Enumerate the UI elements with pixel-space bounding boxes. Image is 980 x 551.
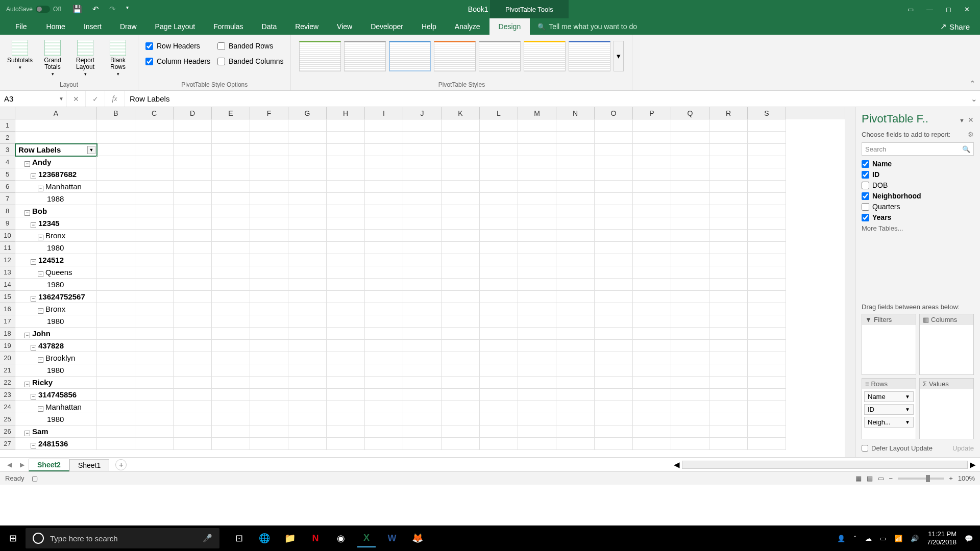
cell-Q25[interactable] — [671, 413, 709, 425]
cell-S23[interactable] — [748, 389, 786, 401]
cell-N19[interactable] — [556, 340, 595, 352]
cell-Q19[interactable] — [671, 340, 709, 352]
cell-C20[interactable] — [135, 352, 174, 364]
zoom-in-icon[interactable]: + — [949, 474, 953, 482]
cell-D4[interactable] — [174, 156, 212, 168]
cell-L16[interactable] — [480, 303, 518, 315]
cell-P4[interactable] — [633, 156, 671, 168]
cell-Q7[interactable] — [671, 193, 709, 205]
tab-developer[interactable]: Developer — [361, 18, 412, 35]
cell-C26[interactable] — [135, 425, 174, 438]
cell-H18[interactable] — [327, 328, 365, 340]
cell-P3[interactable] — [633, 144, 671, 156]
cell-S16[interactable] — [748, 303, 786, 315]
cell-K5[interactable] — [442, 168, 480, 181]
cell-H7[interactable] — [327, 193, 365, 205]
cell-A21[interactable]: 1980 — [15, 364, 97, 377]
panel-title-dropdown-icon[interactable]: ▼ — [959, 117, 965, 123]
cell-M14[interactable] — [518, 279, 556, 291]
netflix-icon[interactable]: N — [306, 529, 325, 547]
tab-home[interactable]: Home — [37, 18, 75, 35]
col-header-B[interactable]: B — [97, 107, 135, 119]
cell-B13[interactable] — [97, 266, 135, 279]
cell-B6[interactable] — [97, 181, 135, 193]
row-header[interactable]: 2 — [0, 132, 15, 144]
cell-Q15[interactable] — [671, 291, 709, 303]
cell-L8[interactable] — [480, 205, 518, 217]
cell-M15[interactable] — [518, 291, 556, 303]
fx-icon[interactable]: fx — [105, 91, 125, 107]
cell-J26[interactable] — [403, 425, 442, 438]
cell-L25[interactable] — [480, 413, 518, 425]
cell-G20[interactable] — [288, 352, 327, 364]
tab-file[interactable]: File — [5, 18, 37, 35]
cell-D14[interactable] — [174, 279, 212, 291]
cell-S8[interactable] — [748, 205, 786, 217]
cell-L2[interactable] — [480, 132, 518, 144]
cell-E15[interactable] — [212, 291, 250, 303]
cell-B22[interactable] — [97, 377, 135, 389]
tab-review[interactable]: Review — [286, 18, 328, 35]
cell-M24[interactable] — [518, 401, 556, 413]
cell-H5[interactable] — [327, 168, 365, 181]
cell-N13[interactable] — [556, 266, 595, 279]
cell-K14[interactable] — [442, 279, 480, 291]
cell-J11[interactable] — [403, 242, 442, 254]
cell-O1[interactable] — [595, 119, 633, 132]
cell-L14[interactable] — [480, 279, 518, 291]
qat-customize-icon[interactable]: ▾ — [126, 5, 129, 14]
cell-O5[interactable] — [595, 168, 633, 181]
cell-K16[interactable] — [442, 303, 480, 315]
cell-C17[interactable] — [135, 315, 174, 328]
cell-H14[interactable] — [327, 279, 365, 291]
cell-G22[interactable] — [288, 377, 327, 389]
area-filters[interactable]: ▼Filters — [862, 314, 916, 375]
collapse-icon[interactable]: − — [31, 222, 36, 228]
styles-more-button[interactable]: ▾ — [614, 41, 624, 71]
cell-F1[interactable] — [250, 119, 288, 132]
row-header[interactable]: 19 — [0, 340, 15, 352]
collapse-icon[interactable]: − — [24, 333, 30, 338]
tab-formulas[interactable]: Formulas — [204, 18, 252, 35]
cell-P13[interactable] — [633, 266, 671, 279]
cell-D11[interactable] — [174, 242, 212, 254]
cell-S4[interactable] — [748, 156, 786, 168]
col-header-K[interactable]: K — [442, 107, 480, 119]
cell-S7[interactable] — [748, 193, 786, 205]
cell-H4[interactable] — [327, 156, 365, 168]
cell-N7[interactable] — [556, 193, 595, 205]
row-chip[interactable]: ID▼ — [864, 404, 914, 415]
cell-K20[interactable] — [442, 352, 480, 364]
cell-I27[interactable] — [365, 438, 403, 450]
cell-M2[interactable] — [518, 132, 556, 144]
cell-K25[interactable] — [442, 413, 480, 425]
cell-R21[interactable] — [709, 364, 748, 377]
cell-J16[interactable] — [403, 303, 442, 315]
cell-D16[interactable] — [174, 303, 212, 315]
row-header[interactable]: 13 — [0, 266, 15, 279]
cell-F16[interactable] — [250, 303, 288, 315]
cell-A4[interactable]: −Andy — [15, 156, 97, 168]
cell-C2[interactable] — [135, 132, 174, 144]
cell-L21[interactable] — [480, 364, 518, 377]
cell-E9[interactable] — [212, 217, 250, 230]
tab-view[interactable]: View — [328, 18, 361, 35]
cell-B1[interactable] — [97, 119, 135, 132]
cell-F12[interactable] — [250, 254, 288, 266]
field-name[interactable]: Name — [862, 160, 974, 168]
cell-C3[interactable] — [135, 144, 174, 156]
cell-N20[interactable] — [556, 352, 595, 364]
cell-K2[interactable] — [442, 132, 480, 144]
cell-L5[interactable] — [480, 168, 518, 181]
cell-C14[interactable] — [135, 279, 174, 291]
word-icon[interactable]: W — [383, 529, 401, 547]
cell-G19[interactable] — [288, 340, 327, 352]
collapse-icon[interactable]: − — [24, 210, 30, 216]
cell-E1[interactable] — [212, 119, 250, 132]
cell-R24[interactable] — [709, 401, 748, 413]
cell-A19[interactable]: −437828 — [15, 340, 97, 352]
cell-P11[interactable] — [633, 242, 671, 254]
cell-R14[interactable] — [709, 279, 748, 291]
collapse-icon[interactable]: − — [38, 271, 43, 277]
close-icon[interactable]: ✕ — [964, 6, 970, 13]
